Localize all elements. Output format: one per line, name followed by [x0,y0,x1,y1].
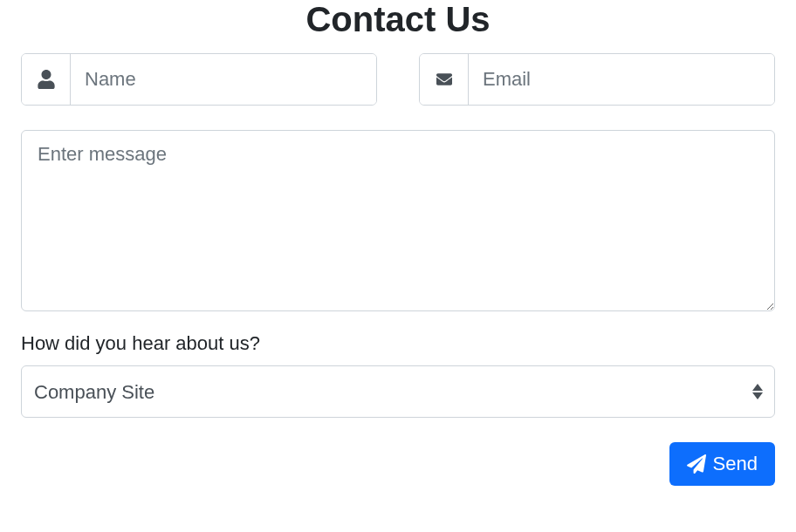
paper-plane-icon [687,454,706,474]
page-title: Contact Us [21,0,775,39]
email-input-group [419,53,775,106]
name-input[interactable] [71,54,376,105]
user-icon [22,54,71,105]
email-input[interactable] [469,54,774,105]
source-label: How did you hear about us? [21,332,775,355]
send-button[interactable]: Send [669,442,775,486]
envelope-icon [420,54,469,105]
message-textarea[interactable] [21,130,775,311]
send-button-label: Send [713,453,758,475]
source-select[interactable]: Company Site [21,365,775,418]
name-input-group [21,53,377,106]
